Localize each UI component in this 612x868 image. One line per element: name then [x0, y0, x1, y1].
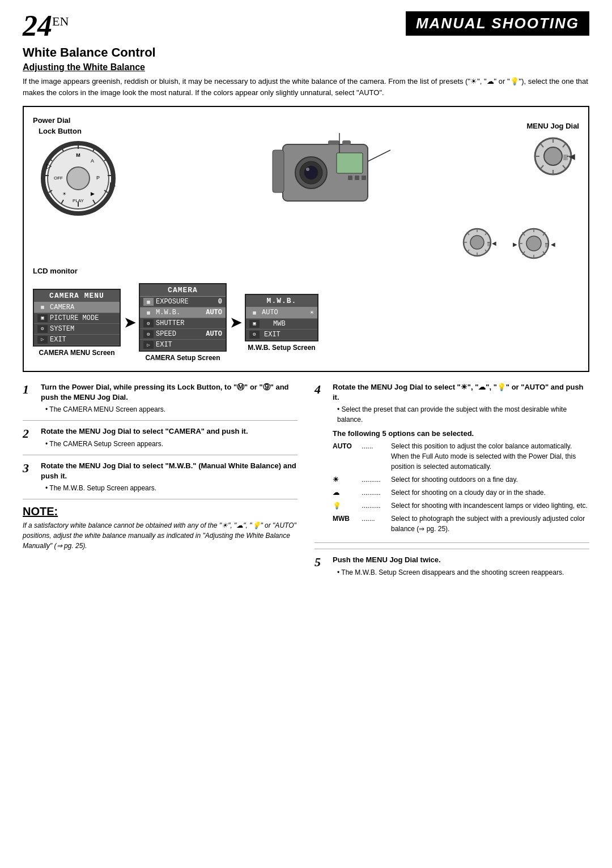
svg-rect-28	[337, 153, 363, 173]
section-banner: MANUAL SHOOTING	[406, 11, 589, 36]
svg-text:☀: ☀	[62, 191, 66, 196]
svg-text:|||: |||	[545, 242, 549, 247]
camera-menu-caption: CAMERA MENU Screen	[39, 349, 114, 357]
power-dial-section: Power Dial Lock Button	[33, 116, 118, 220]
lcd-monitor-label: LCD monitor	[33, 267, 78, 275]
option-auto: AUTO ...... Select this position to adju…	[333, 441, 589, 472]
svg-point-14	[67, 167, 90, 190]
svg-line-34	[368, 150, 390, 161]
svg-rect-32	[328, 140, 339, 145]
setup-exposure: ▦ EXPOSURE 0	[140, 297, 226, 307]
camera-menu-item-picture: ▣ PICTURE MODE	[34, 313, 120, 324]
svg-point-26	[304, 166, 318, 179]
mwb-mwb: ▣ MWB	[246, 319, 317, 330]
camera-menu-item-exit: ▷ EXIT	[34, 335, 120, 345]
camera-menu-item-camera: ▦ CAMERA	[34, 302, 120, 313]
diagram-box: Power Dial Lock Button	[23, 106, 589, 372]
svg-rect-31	[362, 176, 366, 180]
menu-jog-label: MENU Jog Dial	[527, 122, 579, 130]
power-dial-drawing: M A P ▶ PLAY ☀ OFF ▷	[39, 139, 118, 220]
steps-section: 1 Turn the Power Dial, while pressing it…	[23, 382, 589, 578]
camera-image-area	[118, 116, 527, 218]
camera-setup-caption: CAMERA Setup Screen	[145, 354, 220, 362]
option-cloud: ☁ .......... Select for shooting on a cl…	[333, 488, 589, 498]
mwb-screen: M.W.B. ▦ AUTO ☀ ▣ MWB ⚙ EXIT	[245, 294, 318, 341]
svg-text:A: A	[91, 158, 94, 164]
svg-rect-30	[355, 176, 359, 180]
speed-icon: ⚙	[143, 330, 154, 338]
svg-text:◀: ◀	[569, 152, 575, 161]
menu-jog-top: ◀ |||	[530, 134, 576, 179]
screens-row: CAMERA MENU ▦ CAMERA ▣ PICTURE MODE ⚙ SY…	[33, 283, 318, 362]
step-4: 4 Rotate the MENU Jog Dial to select "☀"…	[314, 382, 589, 543]
camera-setup-screen: CAMERA ▦ EXPOSURE 0 ▦ M.W.B. AUTO ⚙	[139, 283, 227, 352]
power-dial-label: Power Dial	[33, 116, 118, 125]
intro-text: If the image appears greenish, reddish o…	[23, 76, 589, 98]
mwb-exit-icon: ⚙	[249, 331, 260, 339]
setup-speed: ⚙ SPEED AUTO	[140, 329, 226, 340]
mwb-header: M.W.B.	[246, 295, 317, 307]
exit-icon: ▷	[37, 336, 48, 344]
svg-text:PLAY: PLAY	[73, 198, 84, 203]
svg-rect-29	[348, 176, 352, 180]
camera-icon: ▦	[37, 303, 48, 311]
arrow-1: ➤	[124, 315, 135, 331]
menu-jog-dial-section: MENU Jog Dial ◀ |||	[527, 116, 579, 179]
section-title: White Balance Control	[23, 45, 589, 60]
svg-point-62	[526, 236, 541, 251]
options-title: The following 5 options can be selected.	[333, 429, 589, 438]
camera-setup-screen-group: CAMERA ▦ EXPOSURE 0 ▦ M.W.B. AUTO ⚙	[139, 283, 227, 362]
lock-button-label: Lock Button	[39, 127, 118, 135]
page-number: 24EN	[23, 11, 69, 41]
camera-menu-screen-group: CAMERA MENU ▦ CAMERA ▣ PICTURE MODE ⚙ SY…	[33, 289, 121, 357]
step-1: 1 Turn the Power Dial, while pressing it…	[23, 382, 298, 421]
picture-icon: ▣	[37, 314, 48, 322]
mwb-exit: ⚙ EXIT	[246, 330, 317, 340]
mwb-screen-group: M.W.B. ▦ AUTO ☀ ▣ MWB ⚙ EXIT	[245, 294, 318, 352]
camera-drawing	[237, 122, 407, 218]
setup-shutter: ⚙ SHUTTER	[140, 318, 226, 329]
svg-point-27	[306, 168, 309, 171]
note-title: NOTE:	[23, 505, 298, 518]
camera-setup-header: CAMERA	[140, 284, 226, 297]
setup-exit-icon: ▷	[143, 341, 154, 349]
svg-rect-33	[342, 140, 351, 145]
exposure-icon: ▦	[143, 298, 154, 306]
svg-text:▶: ▶	[513, 241, 517, 247]
arrow-2: ➤	[230, 315, 241, 331]
step-2: 2 Rotate the MENU Jog Dial to select "CA…	[23, 426, 298, 455]
svg-text:|||: |||	[563, 154, 568, 160]
step-3: 3 Rotate the MENU Jog Dial to select "M.…	[23, 461, 298, 499]
step-5: 5 Push the MENU Jog Dial twice. The M.W.…	[314, 549, 589, 577]
mwb-manual-icon: ▣	[249, 320, 260, 328]
subsection-title: Adjusting the White Balance	[23, 62, 589, 72]
svg-point-50	[470, 236, 484, 249]
svg-text:M: M	[76, 152, 80, 158]
svg-text:P: P	[96, 175, 100, 181]
lcd-monitor-area: LCD monitor CAMERA MENU ▦ CAMERA ▣ PICTU…	[33, 267, 318, 362]
setup-mwb: ▦ M.W.B. AUTO	[140, 307, 226, 318]
shutter-icon: ⚙	[143, 319, 154, 327]
option-mwb: MWB ....... Select to photograph the sub…	[333, 514, 589, 534]
setup-exit: ▷ EXIT	[140, 340, 226, 350]
note-text: If a satisfactory white balance cannot b…	[23, 520, 298, 551]
mwb-auto-icon: ▦	[249, 309, 260, 317]
svg-text:▷: ▷	[46, 162, 52, 170]
svg-text:◀: ◀	[492, 240, 496, 246]
mwb-icon: ▦	[143, 309, 154, 317]
option-sun: ☀ .......... Select for shooting outdoor…	[333, 474, 589, 485]
camera-menu-screen: CAMERA MENU ▦ CAMERA ▣ PICTURE MODE ⚙ SY…	[33, 289, 121, 347]
jog-mid-left: ◀ |||	[460, 225, 500, 259]
svg-point-38	[544, 147, 562, 165]
svg-text:|||: |||	[487, 241, 491, 246]
camera-menu-item-system: ⚙ SYSTEM	[34, 324, 120, 335]
lcd-section: LCD monitor CAMERA MENU ▦ CAMERA ▣ PICTU…	[33, 267, 579, 362]
svg-text:OFF: OFF	[54, 176, 63, 181]
steps-right: 4 Rotate the MENU Jog Dial to select "☀"…	[314, 382, 589, 578]
svg-text:◀: ◀	[551, 241, 555, 247]
mwb-screen-caption: M.W.B. Setup Screen	[248, 344, 315, 352]
option-bulb: 💡 .......... Select for shooting with in…	[333, 501, 589, 511]
mwb-auto: ▦ AUTO ☀	[246, 307, 317, 319]
steps-left: 1 Turn the Power Dial, while pressing it…	[23, 382, 298, 578]
page-header: 24EN MANUAL SHOOTING	[23, 11, 589, 41]
